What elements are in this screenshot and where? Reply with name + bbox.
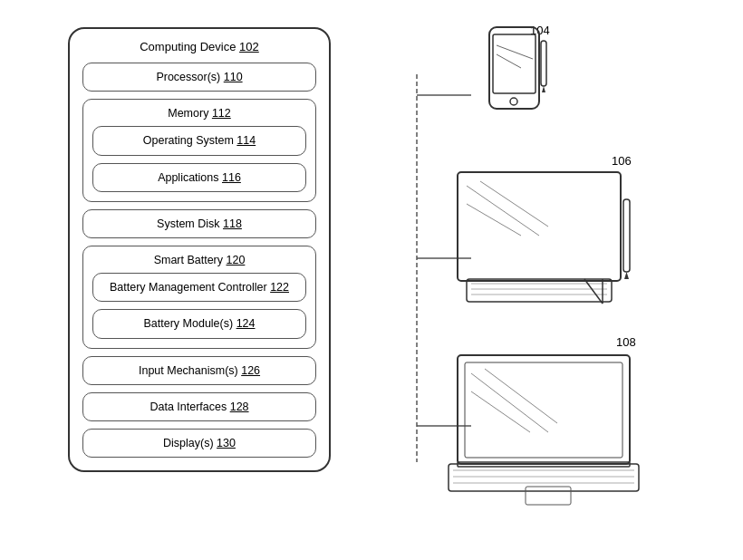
ref-120: 120 bbox=[227, 254, 246, 266]
ref-118: 118 bbox=[223, 217, 242, 230]
svg-rect-21 bbox=[623, 199, 630, 272]
ref-110: 110 bbox=[224, 71, 243, 83]
svg-rect-33 bbox=[526, 487, 571, 505]
main-container-title: Computing Device 102 bbox=[82, 40, 316, 53]
tablet-ref-label: 106 bbox=[612, 154, 632, 168]
battery-management-box: Battery Management Controller 122 bbox=[92, 273, 306, 302]
ref-122: 122 bbox=[270, 281, 289, 294]
input-mechanism-box: Input Mechanism(s) 126 bbox=[82, 356, 316, 385]
system-disk-box: System Disk 118 bbox=[82, 209, 316, 238]
ref-126: 126 bbox=[241, 364, 260, 377]
main-container: Computing Device 102 Processor(s) 110 Me… bbox=[68, 27, 331, 472]
ref-102: 102 bbox=[239, 40, 259, 53]
svg-point-8 bbox=[510, 98, 517, 105]
svg-line-13 bbox=[467, 204, 521, 236]
svg-marker-22 bbox=[624, 272, 629, 279]
diagram-svg: 104 106 bbox=[390, 18, 725, 542]
page: Computing Device 102 Processor(s) 110 Me… bbox=[0, 0, 743, 560]
svg-marker-10 bbox=[542, 86, 545, 92]
battery-module-box: Battery Module(s) 124 bbox=[92, 309, 306, 338]
svg-line-7 bbox=[497, 54, 521, 68]
svg-line-27 bbox=[485, 369, 557, 423]
laptop-ref-label: 108 bbox=[616, 335, 636, 349]
diagram-area: Computing Device 102 Processor(s) 110 Me… bbox=[18, 18, 381, 542]
ref-124: 124 bbox=[236, 317, 256, 330]
svg-rect-15 bbox=[467, 279, 612, 302]
applications-box: Applications 116 bbox=[92, 163, 306, 192]
devices-area: 104 106 bbox=[390, 18, 725, 542]
ref-116: 116 bbox=[222, 171, 241, 184]
displays-box: Display(s) 130 bbox=[82, 429, 316, 458]
ref-130: 130 bbox=[217, 437, 236, 449]
svg-rect-4 bbox=[489, 27, 539, 109]
smart-battery-title: Smart Battery 120 bbox=[92, 254, 306, 266]
data-interfaces-box: Data Interfaces 128 bbox=[82, 392, 316, 421]
ref-128: 128 bbox=[230, 401, 249, 413]
svg-line-19 bbox=[584, 279, 603, 304]
svg-line-25 bbox=[471, 373, 548, 432]
ref-114: 114 bbox=[236, 134, 256, 147]
memory-title: Memory 112 bbox=[92, 107, 306, 120]
svg-rect-9 bbox=[541, 41, 546, 86]
smart-battery-container: Smart Battery 120 Battery Management Con… bbox=[82, 246, 316, 349]
svg-rect-23 bbox=[458, 355, 630, 464]
ref-112: 112 bbox=[212, 107, 231, 120]
tablet-device bbox=[458, 172, 630, 304]
svg-line-14 bbox=[480, 181, 548, 227]
memory-container: Memory 112 Operating System 114 Applicat… bbox=[82, 99, 316, 202]
svg-rect-11 bbox=[458, 172, 621, 281]
svg-rect-24 bbox=[465, 362, 622, 458]
processor-box: Processor(s) 110 bbox=[82, 63, 316, 92]
os-box: Operating System 114 bbox=[92, 126, 306, 155]
phone-device bbox=[489, 27, 546, 109]
laptop-device bbox=[449, 355, 639, 505]
svg-line-6 bbox=[497, 45, 533, 59]
